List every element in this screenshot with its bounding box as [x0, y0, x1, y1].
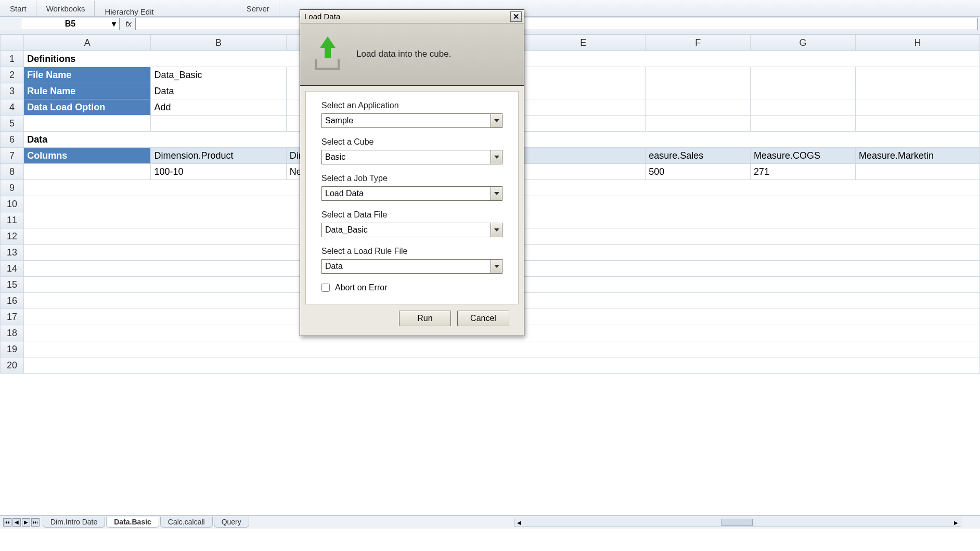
- row-header[interactable]: 13: [1, 245, 24, 261]
- row-header[interactable]: 4: [1, 99, 24, 116]
- select-all-corner[interactable]: [1, 35, 24, 51]
- sheet-tab[interactable]: Data.Basic: [106, 517, 159, 528]
- col-header-E[interactable]: E: [521, 35, 646, 51]
- file-select[interactable]: Data_Basic: [321, 223, 502, 237]
- name-box[interactable]: B5 ▾: [21, 18, 120, 30]
- cell[interactable]: [24, 357, 980, 374]
- cell[interactable]: Dimension.Product: [151, 148, 286, 164]
- cell[interactable]: Columns: [24, 148, 151, 164]
- ribbon-tab-edit[interactable]: Hierarchy Edit: [95, 7, 163, 17]
- ribbon-tab-workbooks[interactable]: Workbooks: [36, 1, 95, 16]
- horizontal-scrollbar[interactable]: ◀ ▶: [514, 518, 961, 527]
- dropdown-icon[interactable]: [491, 150, 502, 164]
- row-header[interactable]: 20: [1, 357, 24, 374]
- ribbon-tab-server[interactable]: Server: [237, 1, 279, 16]
- run-button[interactable]: Run: [399, 311, 451, 326]
- row-header[interactable]: 16: [1, 293, 24, 309]
- cell[interactable]: File Name: [24, 67, 151, 83]
- row-header[interactable]: 10: [1, 196, 24, 212]
- cell[interactable]: [646, 99, 751, 116]
- close-button[interactable]: ✕: [510, 11, 522, 22]
- col-header-B[interactable]: B: [151, 35, 286, 51]
- cell[interactable]: Measure.Marketin: [855, 148, 979, 164]
- cell[interactable]: [521, 67, 646, 83]
- cell[interactable]: 271: [751, 164, 856, 180]
- row-header[interactable]: 8: [1, 164, 24, 180]
- row-header[interactable]: 15: [1, 277, 24, 293]
- scroll-thumb[interactable]: [721, 519, 753, 526]
- row-header[interactable]: 11: [1, 212, 24, 228]
- abort-checkbox[interactable]: [321, 284, 330, 292]
- dropdown-icon[interactable]: [491, 114, 502, 127]
- cube-select[interactable]: Basic: [321, 150, 502, 164]
- row-header[interactable]: 3: [1, 83, 24, 99]
- row-header[interactable]: 19: [1, 341, 24, 357]
- cell[interactable]: [646, 116, 751, 132]
- dropdown-icon[interactable]: [491, 260, 502, 273]
- sheet-tab[interactable]: Query: [214, 517, 249, 528]
- cell[interactable]: [751, 67, 856, 83]
- cell[interactable]: 500: [646, 164, 751, 180]
- cell[interactable]: [521, 164, 646, 180]
- cell[interactable]: [855, 164, 979, 180]
- cell[interactable]: [521, 83, 646, 99]
- cell[interactable]: [151, 116, 286, 132]
- row-header[interactable]: 18: [1, 325, 24, 341]
- sheet-nav-first-icon[interactable]: ⏮: [3, 518, 11, 527]
- cell[interactable]: Add: [151, 99, 286, 116]
- dropdown-icon[interactable]: [491, 187, 502, 200]
- cell[interactable]: [646, 83, 751, 99]
- col-header-A[interactable]: A: [24, 35, 151, 51]
- row-header[interactable]: 1: [1, 51, 24, 67]
- cell[interactable]: [24, 341, 980, 357]
- formula-input[interactable]: [135, 18, 978, 30]
- cell[interactable]: [521, 99, 646, 116]
- cell[interactable]: Data_Basic: [151, 67, 286, 83]
- row-header[interactable]: 7: [1, 148, 24, 164]
- job-select[interactable]: Load Data: [321, 186, 502, 201]
- cell[interactable]: [521, 148, 646, 164]
- cell[interactable]: [24, 164, 151, 180]
- cell[interactable]: easure.Sales: [646, 148, 751, 164]
- cell[interactable]: [751, 83, 856, 99]
- row-header[interactable]: 17: [1, 309, 24, 325]
- sheet-nav-prev-icon[interactable]: ◀: [12, 518, 21, 527]
- cancel-button[interactable]: Cancel: [457, 311, 509, 326]
- fx-icon[interactable]: fx: [122, 19, 135, 28]
- dropdown-icon[interactable]: [491, 223, 502, 237]
- col-header-F[interactable]: F: [646, 35, 751, 51]
- cell[interactable]: 100-10: [151, 164, 286, 180]
- cell[interactable]: [855, 99, 979, 116]
- sheet-nav-next-icon[interactable]: ▶: [22, 518, 30, 527]
- cell[interactable]: [24, 116, 151, 132]
- cell[interactable]: [855, 83, 979, 99]
- cell[interactable]: [751, 99, 856, 116]
- sheet-tab[interactable]: Dim.Intro Date: [43, 517, 105, 528]
- row-header[interactable]: 2: [1, 67, 24, 83]
- cell[interactable]: [646, 67, 751, 83]
- row-header[interactable]: 9: [1, 180, 24, 196]
- scroll-right-icon[interactable]: ▶: [951, 518, 961, 527]
- app-select[interactable]: Sample: [321, 113, 502, 128]
- row-header[interactable]: 5: [1, 116, 24, 132]
- row-header[interactable]: 6: [1, 132, 24, 148]
- cell[interactable]: Data Load Option: [24, 99, 151, 116]
- col-header-H[interactable]: H: [855, 35, 979, 51]
- row-header[interactable]: 12: [1, 228, 24, 245]
- cell[interactable]: Measure.COGS: [751, 148, 856, 164]
- cell[interactable]: [521, 116, 646, 132]
- name-box-dropdown-icon[interactable]: ▾: [110, 20, 118, 28]
- sheet-tab[interactable]: Calc.calcall: [160, 517, 213, 528]
- cell[interactable]: [855, 116, 979, 132]
- scroll-left-icon[interactable]: ◀: [514, 518, 524, 527]
- col-header-G[interactable]: G: [751, 35, 856, 51]
- sheet-nav-last-icon[interactable]: ⏭: [31, 518, 40, 527]
- dialog-titlebar[interactable]: Load Data ✕: [300, 10, 524, 23]
- cell[interactable]: [751, 116, 856, 132]
- row-header[interactable]: 14: [1, 261, 24, 277]
- cell[interactable]: Data: [151, 83, 286, 99]
- rule-select[interactable]: Data: [321, 259, 502, 274]
- ribbon-tab-start[interactable]: Start: [0, 1, 36, 16]
- cell[interactable]: Rule Name: [24, 83, 151, 99]
- cell[interactable]: [855, 67, 979, 83]
